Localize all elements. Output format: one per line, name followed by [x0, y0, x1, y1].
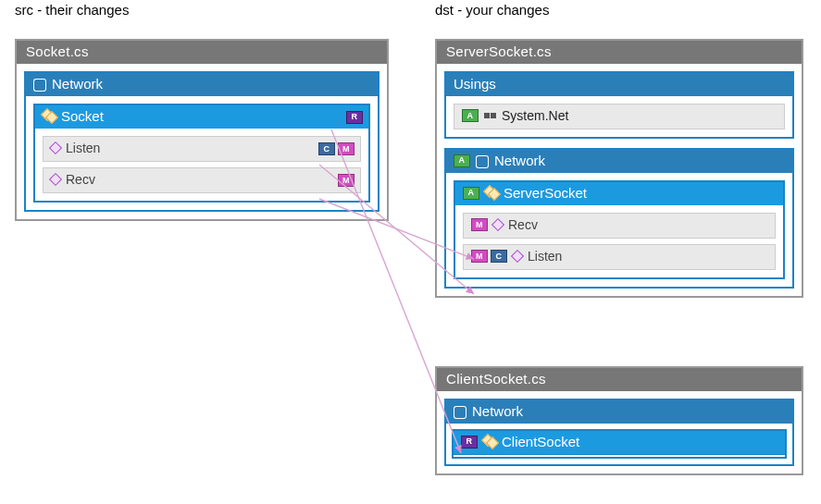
namespace-header: A Network: [446, 150, 792, 173]
file-socket[interactable]: Socket.cs Network Socket R: [15, 39, 389, 221]
using-item[interactable]: A System.Net: [454, 104, 785, 129]
method-icon: [49, 141, 62, 154]
class-box[interactable]: A ServerSocket M Recv: [454, 180, 785, 279]
class-header: R ClientSocket: [454, 431, 785, 454]
using-label: System.Net: [502, 108, 568, 123]
file-serversocket[interactable]: ServerSocket.cs Usings A System.Net A: [435, 39, 803, 298]
usings-label: Usings: [454, 76, 496, 92]
class-box[interactable]: R ClientSocket: [452, 429, 787, 459]
namespace-header: Network: [446, 400, 792, 424]
namespace-icon: [33, 78, 46, 91]
usings-header: Usings: [446, 73, 792, 96]
label-src: src - their changes: [15, 2, 129, 18]
class-label: Socket: [61, 108, 104, 124]
member-listen[interactable]: M C Listen: [463, 244, 776, 270]
namespace-label: Network: [52, 76, 103, 92]
badge-renamed-icon: R: [346, 111, 363, 124]
member-label: Recv: [66, 172, 95, 187]
member-recv[interactable]: M Recv: [463, 213, 776, 239]
class-header: A ServerSocket: [455, 182, 783, 205]
badge-renamed-icon: R: [461, 436, 478, 449]
method-icon: [491, 218, 504, 231]
namespace-icon: [454, 405, 466, 418]
member-label: Recv: [508, 217, 538, 232]
badge-moved-icon: M: [471, 218, 488, 231]
method-icon: [511, 250, 524, 263]
link-icon: [484, 113, 496, 118]
label-dst: dst - your changes: [435, 2, 549, 18]
badge-added-icon: A: [454, 154, 470, 167]
member-recv[interactable]: Recv M: [43, 167, 361, 193]
file-clientsocket[interactable]: ClientSocket.cs Network R ClientSocket: [435, 366, 803, 475]
badge-conflict-icon: C: [318, 142, 335, 155]
badge-added-icon: A: [462, 109, 479, 122]
class-icon: [43, 110, 56, 123]
namespace-icon: [476, 154, 489, 167]
namespace-box[interactable]: Network R ClientSocket: [444, 399, 794, 466]
member-listen[interactable]: Listen C M: [43, 136, 361, 162]
class-header: Socket R: [35, 105, 368, 129]
member-label: Listen: [66, 141, 100, 155]
namespace-box[interactable]: Network Socket R Listen: [24, 71, 379, 212]
class-icon: [485, 187, 498, 200]
class-label: ClientSocket: [502, 434, 579, 449]
badge-added-icon: A: [463, 187, 479, 200]
file-title: Socket.cs: [17, 41, 387, 64]
namespace-label: Network: [494, 153, 545, 168]
badge-moved-icon: M: [471, 250, 488, 263]
file-title: ClientSocket.cs: [437, 368, 802, 391]
badge-moved-icon: M: [338, 174, 355, 187]
badge-moved-icon: M: [338, 142, 355, 155]
member-label: Listen: [528, 249, 562, 264]
badge-conflict-icon: C: [491, 250, 507, 263]
namespace-header: Network: [26, 73, 378, 96]
file-title: ServerSocket.cs: [437, 41, 802, 64]
method-icon: [49, 173, 62, 186]
class-label: ServerSocket: [504, 185, 587, 201]
namespace-label: Network: [472, 403, 523, 419]
class-icon: [483, 436, 496, 449]
usings-box[interactable]: Usings A System.Net: [444, 71, 794, 139]
namespace-box[interactable]: A Network A ServerSocket M: [444, 148, 794, 289]
class-box[interactable]: Socket R Listen C M: [33, 104, 370, 203]
